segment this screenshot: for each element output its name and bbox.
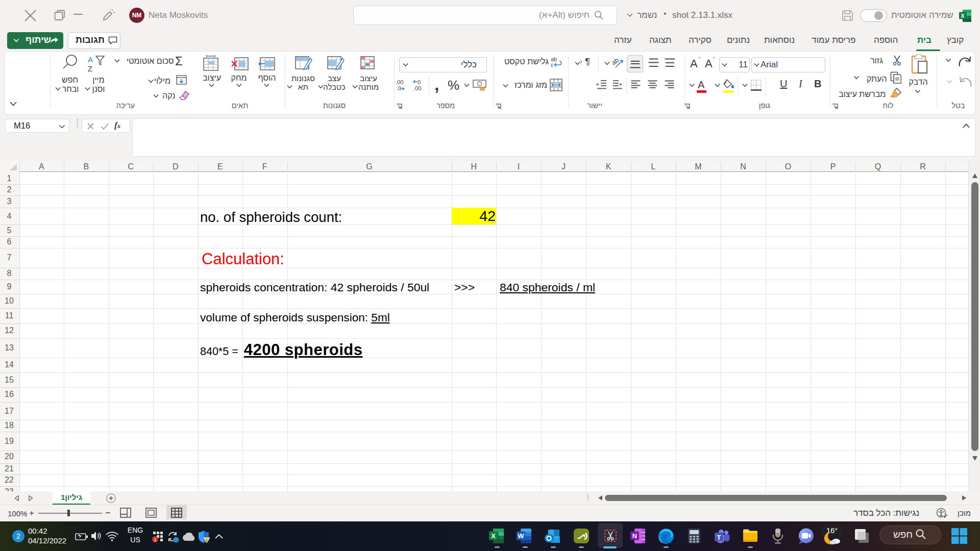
svg-text:T: T bbox=[717, 534, 721, 541]
svg-text:c: c bbox=[551, 62, 554, 68]
svg-text:Z: Z bbox=[88, 64, 92, 73]
svg-text:W: W bbox=[518, 532, 524, 540]
svg-text:0: 0 bbox=[418, 79, 421, 85]
svg-text:N: N bbox=[632, 532, 637, 540]
svg-text:.00: .00 bbox=[413, 85, 421, 91]
svg-text:A: A bbox=[88, 55, 93, 64]
svg-text:.0: .0 bbox=[397, 85, 401, 91]
svg-text:.00: .00 bbox=[396, 79, 403, 85]
svg-text:!: ! bbox=[206, 539, 207, 543]
svg-text:ab: ab bbox=[612, 57, 620, 67]
svg-text:X: X bbox=[491, 532, 496, 540]
svg-text:1: 1 bbox=[154, 537, 156, 542]
